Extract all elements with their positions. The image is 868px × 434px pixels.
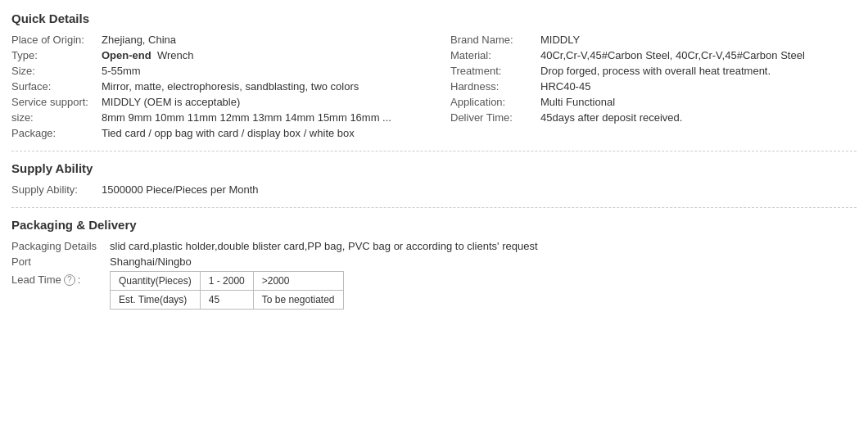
quick-details-section: Quick Details Place of Origin: Zhejiang,… (11, 11, 857, 141)
lead-time-row: Lead Time ?: Quantity(Pieces) 1 - 2000 >… (11, 269, 857, 311)
detail-row-surface: Surface: Mirror, matte, electrophoresis,… (11, 79, 418, 94)
label-service: Service support: (11, 96, 102, 108)
supply-value: 1500000 Piece/Pieces per Month (102, 183, 259, 196)
detail-row-material: Material: 40Cr,Cr-V,45#Carbon Steel, 40C… (450, 47, 857, 63)
label-package: Package: (11, 127, 102, 139)
value-hardness: HRC40-45 (540, 80, 590, 93)
label-type: Type: (11, 49, 102, 61)
label-deliver: Deliver Time: (450, 111, 540, 124)
detail-row-origin: Place of Origin: Zhejiang, China (11, 32, 418, 47)
lead-table-header-row: Quantity(Pieces) 1 - 2000 >2000 (111, 272, 344, 291)
label-surface: Surface: (11, 80, 102, 93)
detail-row-size: Size: 5-55mm (11, 63, 418, 79)
label-hardness: Hardness: (450, 80, 540, 93)
label-material: Material: (450, 49, 540, 61)
detail-row-type: Type: Open-end Wrench (11, 47, 418, 63)
lead-time-table: Quantity(Pieces) 1 - 2000 >2000 Est. Tim… (110, 271, 344, 310)
label-origin: Place of Origin: (11, 34, 102, 46)
value-size: 5-55mm (102, 65, 141, 77)
supply-ability-title: Supply Ability (11, 161, 857, 175)
value-application: Multi Functional (540, 96, 615, 108)
value-treatment: Drop forged, process with overall heat t… (540, 65, 771, 77)
detail-row-hardness: Hardness: HRC40-45 (450, 79, 857, 94)
label-application: Application: (450, 96, 540, 108)
pkg-label-port: Port (11, 255, 110, 268)
label-size-mm: size: (11, 111, 102, 124)
lead-table-row: Est. Time(days) 45 To be negotiated (111, 291, 344, 310)
divider-2 (11, 207, 857, 208)
pkg-row-details: Packaging Details slid card,plastic hold… (11, 238, 857, 254)
pkg-value-details: slid card,plastic holder,double blister … (110, 240, 538, 252)
lead-table-cell-negotiated: To be negotiated (253, 291, 343, 310)
value-origin: Zhejiang, China (102, 34, 176, 46)
value-package: Tied card / opp bag with card / display … (102, 127, 355, 139)
value-type-bold: Open-end (102, 49, 151, 61)
detail-row-treatment: Treatment: Drop forged, process with ove… (450, 63, 857, 79)
value-size-mm: 8mm 9mm 10mm 11mm 12mm 13mm 14mm 15mm 16… (102, 111, 391, 124)
label-treatment: Treatment: (450, 65, 540, 77)
question-icon[interactable]: ? (64, 274, 75, 286)
divider-1 (11, 151, 857, 151)
quick-details-grid: Place of Origin: Zhejiang, China Type: O… (11, 32, 857, 141)
pkg-label-details: Packaging Details (11, 240, 110, 252)
supply-row: Supply Ability: 1500000 Piece/Pieces per… (11, 182, 857, 197)
pkg-row-port: Port Shanghai/Ningbo (11, 254, 857, 269)
detail-row-package: Package: Tied card / opp bag with card /… (11, 125, 418, 141)
packaging-delivery-section: Packaging & Delivery Packaging Details s… (11, 218, 857, 311)
value-deliver: 45days after deposit received. (540, 111, 682, 124)
detail-row-application: Application: Multi Functional (450, 94, 857, 110)
value-surface: Mirror, matte, electrophoresis, sandblas… (102, 80, 359, 93)
lead-time-label: Lead Time ?: (11, 274, 110, 286)
supply-ability-section: Supply Ability Supply Ability: 1500000 P… (11, 161, 857, 197)
lead-table-cell-45: 45 (200, 291, 253, 310)
packaging-delivery-title: Packaging & Delivery (11, 218, 857, 232)
lead-table-header-1-2000: 1 - 2000 (200, 272, 253, 291)
supply-label: Supply Ability: (11, 183, 102, 196)
label-size: Size: (11, 65, 102, 77)
quick-details-right: Brand Name: MIDDLY Material: 40Cr,Cr-V,4… (450, 32, 857, 141)
detail-row-size-mm: size: 8mm 9mm 10mm 11mm 12mm 13mm 14mm 1… (11, 110, 418, 125)
value-service: MIDDLY (OEM is acceptable) (102, 96, 240, 108)
value-material: 40Cr,Cr-V,45#Carbon Steel, 40Cr,Cr-V,45#… (540, 49, 805, 61)
value-type: Open-end Wrench (102, 49, 193, 61)
detail-row-service: Service support: MIDDLY (OEM is acceptab… (11, 94, 418, 110)
lead-table-cell-est: Est. Time(days) (111, 291, 201, 310)
lead-table-header-quantity: Quantity(Pieces) (111, 272, 201, 291)
quick-details-left: Place of Origin: Zhejiang, China Type: O… (11, 32, 418, 141)
detail-row-brand: Brand Name: MIDDLY (450, 32, 857, 47)
lead-table-header-2000plus: >2000 (253, 272, 343, 291)
label-brand: Brand Name: (450, 34, 540, 46)
detail-row-deliver: Deliver Time: 45days after deposit recei… (450, 110, 857, 125)
quick-details-title: Quick Details (11, 11, 857, 25)
pkg-value-port: Shanghai/Ningbo (110, 255, 192, 268)
value-brand: MIDDLY (540, 34, 580, 46)
